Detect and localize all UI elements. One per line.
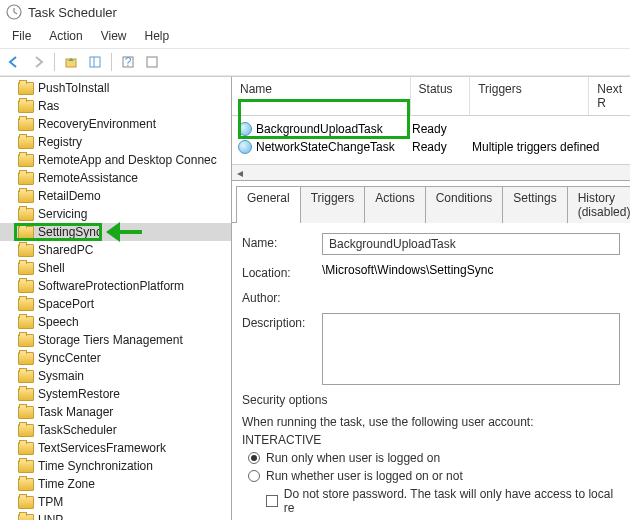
task-name: BackgroundUploadTask xyxy=(256,122,383,136)
task-icon xyxy=(238,140,252,154)
task-row[interactable]: NetworkStateChangeTaskReadyMultiple trig… xyxy=(232,138,630,156)
folder-icon xyxy=(18,172,34,185)
tree-item[interactable]: SystemRestore xyxy=(0,385,231,403)
folder-icon xyxy=(18,496,34,509)
run-whether-option[interactable]: Run whether user is logged on or not xyxy=(248,469,620,483)
forward-button[interactable] xyxy=(28,52,48,72)
run-logged-on-option[interactable]: Run only when user is logged on xyxy=(248,451,620,465)
folder-icon xyxy=(18,262,34,275)
tree-item[interactable]: RecoveryEnvironment xyxy=(0,115,231,133)
tree-item-label: Time Synchronization xyxy=(38,459,153,473)
location-value: \Microsoft\Windows\SettingSync xyxy=(322,263,620,277)
tab-triggers[interactable]: Triggers xyxy=(300,186,366,223)
tree-item[interactable]: PushToInstall xyxy=(0,79,231,97)
tree-item[interactable]: Shell xyxy=(0,259,231,277)
tree-item-label: SyncCenter xyxy=(38,351,101,365)
folder-icon xyxy=(18,154,34,167)
tree-item[interactable]: Time Synchronization xyxy=(0,457,231,475)
col-name[interactable]: Name xyxy=(232,77,411,115)
tree-item[interactable]: SoftwareProtectionPlatform xyxy=(0,277,231,295)
menu-file[interactable]: File xyxy=(4,26,39,46)
tree-item[interactable]: Ras xyxy=(0,97,231,115)
panel-button[interactable] xyxy=(85,52,105,72)
author-label: Author: xyxy=(242,288,312,305)
folder-icon xyxy=(18,280,34,293)
col-next[interactable]: Next R xyxy=(589,77,630,115)
tree-item[interactable]: TaskScheduler xyxy=(0,421,231,439)
tree-item[interactable]: TextServicesFramework xyxy=(0,439,231,457)
col-triggers[interactable]: Triggers xyxy=(470,77,589,115)
up-button[interactable] xyxy=(61,52,81,72)
tree-item-label: SystemRestore xyxy=(38,387,120,401)
horizontal-scrollbar[interactable]: ◂ xyxy=(232,164,630,180)
tree-item[interactable]: Speech xyxy=(0,313,231,331)
task-icon xyxy=(238,122,252,136)
tab-history[interactable]: History (disabled) xyxy=(567,186,630,223)
menu-view[interactable]: View xyxy=(93,26,135,46)
tree-item[interactable]: Servicing xyxy=(0,205,231,223)
tree-item[interactable]: SpacePort xyxy=(0,295,231,313)
tree-item[interactable]: TPM xyxy=(0,493,231,511)
folder-icon xyxy=(18,334,34,347)
task-triggers: Multiple triggers defined xyxy=(472,140,599,154)
menu-action[interactable]: Action xyxy=(41,26,90,46)
tab-actions[interactable]: Actions xyxy=(364,186,425,223)
task-list: Name Status Triggers Next R BackgroundUp… xyxy=(232,77,630,181)
tree-item[interactable]: UNP xyxy=(0,511,231,520)
tree-item[interactable]: SyncCenter xyxy=(0,349,231,367)
tab-conditions[interactable]: Conditions xyxy=(425,186,504,223)
folder-icon xyxy=(18,388,34,401)
no-store-password-option[interactable]: Do not store password. The task will onl… xyxy=(266,487,620,515)
tab-settings[interactable]: Settings xyxy=(502,186,567,223)
menubar: File Action View Help xyxy=(0,24,630,48)
tree-item-label: UNP xyxy=(38,513,63,520)
folder-icon xyxy=(18,226,34,239)
tree-item-label: TextServicesFramework xyxy=(38,441,166,455)
menu-help[interactable]: Help xyxy=(137,26,178,46)
folder-icon xyxy=(18,370,34,383)
tree-item[interactable]: Task Manager xyxy=(0,403,231,421)
col-status[interactable]: Status xyxy=(411,77,471,115)
folder-tree[interactable]: PushToInstallRasRecoveryEnvironmentRegis… xyxy=(0,77,232,520)
properties-tabs: General Triggers Actions Conditions Sett… xyxy=(232,185,630,223)
tree-item[interactable]: RemoteApp and Desktop Connec xyxy=(0,151,231,169)
svg-rect-2 xyxy=(90,57,100,67)
folder-icon xyxy=(18,316,34,329)
folder-icon xyxy=(18,298,34,311)
tree-item[interactable]: Time Zone xyxy=(0,475,231,493)
tab-general[interactable]: General xyxy=(236,186,301,223)
tree-item-label: SettingSync xyxy=(38,225,102,239)
task-name: NetworkStateChangeTask xyxy=(256,140,395,154)
tree-item[interactable]: RetailDemo xyxy=(0,187,231,205)
task-row[interactable]: BackgroundUploadTaskReady xyxy=(232,120,630,138)
tree-item-label: Task Manager xyxy=(38,405,113,419)
task-status: Ready xyxy=(412,122,472,136)
task-list-body: BackgroundUploadTaskReadyNetworkStateCha… xyxy=(232,116,630,164)
tree-item-label: Shell xyxy=(38,261,65,275)
refresh-button[interactable] xyxy=(142,52,162,72)
tree-item[interactable]: Sysmain xyxy=(0,367,231,385)
radio-icon xyxy=(248,470,260,482)
svg-rect-6 xyxy=(147,57,157,67)
toolbar-separator xyxy=(111,53,112,71)
folder-icon xyxy=(18,136,34,149)
tree-item[interactable]: Storage Tiers Management xyxy=(0,331,231,349)
tree-item-label: PushToInstall xyxy=(38,81,109,95)
tree-item[interactable]: SharedPC xyxy=(0,241,231,259)
scroll-left-icon[interactable]: ◂ xyxy=(232,166,248,180)
folder-icon xyxy=(18,442,34,455)
tree-item[interactable]: Registry xyxy=(0,133,231,151)
general-form: Name: BackgroundUploadTask Location: \Mi… xyxy=(232,223,630,520)
description-field[interactable] xyxy=(322,313,620,385)
folder-icon xyxy=(18,424,34,437)
tree-item[interactable]: RemoteAssistance xyxy=(0,169,231,187)
name-field[interactable]: BackgroundUploadTask xyxy=(322,233,620,255)
toolbar: ? xyxy=(0,48,630,76)
name-label: Name: xyxy=(242,233,312,250)
tree-item-label: TPM xyxy=(38,495,63,509)
tree-item[interactable]: SettingSync xyxy=(0,223,231,241)
task-list-header: Name Status Triggers Next R xyxy=(232,77,630,116)
help-button[interactable]: ? xyxy=(118,52,138,72)
folder-icon xyxy=(18,352,34,365)
back-button[interactable] xyxy=(4,52,24,72)
